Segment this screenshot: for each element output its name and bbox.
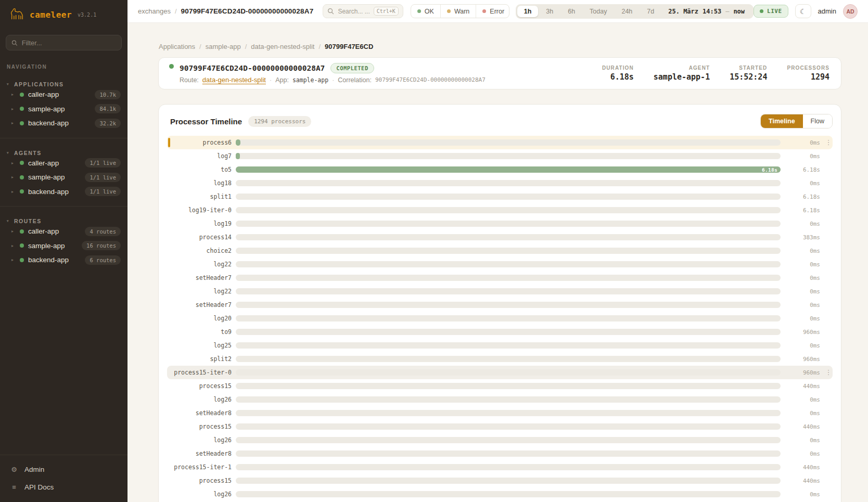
live-indicator[interactable]: LIVE (754, 5, 788, 18)
filter-input[interactable] (22, 39, 116, 47)
timeline-row[interactable]: setHeader7 0ms ⋮ (167, 271, 833, 285)
status-filter-error[interactable]: Error (476, 5, 509, 18)
sidebar-item-admin[interactable]: ⚙ Admin (0, 460, 127, 478)
status-dot (20, 175, 24, 179)
row-duration: 0ms (785, 491, 820, 498)
breadcrumb-applications[interactable]: Applications (159, 43, 195, 50)
time-range-24h[interactable]: 24h (615, 6, 639, 17)
exchange-status-dot (169, 64, 174, 69)
timeline-row[interactable]: setHeader7 0ms ⋮ (167, 298, 833, 312)
breadcrumb-sample-app[interactable]: sample-app (206, 43, 241, 50)
timeline-row[interactable]: log22 0ms ⋮ (167, 285, 833, 298)
processor-count-badge: 1294 processors (248, 116, 311, 127)
timeline-row[interactable]: process14 383ms ⋮ (167, 230, 833, 244)
time-range-1h[interactable]: 1h (517, 6, 539, 17)
sidebar-section-applications: ▾ APPLICATIONS ▸ caller-app 10.7k ▸ samp… (0, 81, 127, 138)
timeline-row[interactable]: to9 960ms ⋮ (167, 325, 833, 339)
section-title: AGENTS (14, 150, 42, 156)
flow-view-button[interactable]: Flow (803, 114, 832, 128)
timeline-row[interactable]: process15 440ms ⋮ (167, 379, 833, 393)
count-badge: 84.1k (95, 104, 121, 113)
breadcrumb-route[interactable]: data-gen-nested-split (251, 43, 314, 50)
theme-toggle-button[interactable]: ☾ (795, 4, 811, 18)
sidebar-item-caller-app-routes[interactable]: ▸ caller-app 4 routes (0, 224, 127, 239)
timeline-row[interactable]: setHeader8 0ms ⋮ (167, 406, 833, 420)
avatar[interactable]: AD (843, 4, 858, 19)
timeline-row[interactable]: choice2 0ms ⋮ (167, 244, 833, 258)
breadcrumb-exchanges-link[interactable]: exchanges (138, 7, 171, 15)
row-duration: 960ms (785, 356, 820, 363)
timeline-row[interactable]: to5 6.18s 6.18s ⋮ (167, 163, 833, 176)
time-range-6h[interactable]: 6h (561, 6, 582, 17)
timeline-row[interactable]: process15 440ms ⋮ (167, 474, 833, 487)
time-range-today[interactable]: Today (583, 6, 614, 17)
section-header-routes[interactable]: ▾ ROUTES (0, 218, 127, 224)
sidebar-item-backend-app-agent[interactable]: ▸ backend-app 1/1 live (0, 185, 127, 199)
status-filter-warn[interactable]: Warn (441, 5, 476, 18)
time-range-7d[interactable]: 7d (640, 6, 661, 17)
sidebar-filter[interactable] (6, 35, 122, 50)
routes-badge: 16 routes (82, 241, 121, 250)
count-badge: 32.2k (95, 119, 121, 128)
timeline-track (236, 194, 781, 200)
timeline-track (236, 450, 781, 457)
timeline-row[interactable]: log7 0ms ⋮ (167, 149, 833, 163)
timeline-row[interactable]: log18 0ms ⋮ (167, 176, 833, 190)
row-menu-icon[interactable]: ⋮ (824, 136, 833, 149)
processor-timeline-card: Processor Timeline 1294 processors Timel… (158, 104, 841, 502)
timeline-row[interactable]: log20 0ms ⋮ (167, 312, 833, 325)
sidebar-item-api-docs[interactable]: ≡ API Docs (0, 478, 127, 496)
app-logo[interactable]: cameleer v3.2.1 (0, 0, 127, 28)
chevron-down-icon: ▾ (7, 151, 9, 155)
processor-name: to9 (167, 328, 232, 336)
row-duration: 0ms (785, 139, 820, 146)
time-range-3h[interactable]: 3h (539, 6, 560, 17)
timeline-row[interactable]: log19-iter-0 6.18s ⋮ (167, 203, 833, 217)
row-menu-icon[interactable]: ⋮ (824, 366, 833, 379)
stat-label: AGENT (689, 65, 710, 71)
timeline-track (236, 288, 781, 294)
time-range-display[interactable]: 25. März 14:53 – now (662, 8, 752, 15)
status-filter-ok[interactable]: OK (411, 5, 441, 18)
processor-name: split1 (167, 193, 232, 200)
timeline-track (236, 491, 781, 497)
sidebar-item-backend-app[interactable]: ▸ backend-app 32.2k (0, 116, 127, 131)
timeline-row[interactable]: split2 960ms ⋮ (167, 352, 833, 366)
timeline-row[interactable]: log26 0ms ⋮ (167, 487, 833, 501)
global-search[interactable]: Search... ... Ctrl+K (323, 4, 403, 18)
timeline-row[interactable]: setHeader8 0ms ⋮ (167, 447, 833, 460)
timeline-view-button[interactable]: Timeline (761, 114, 802, 128)
timeline-row[interactable]: log26 0ms ⋮ (167, 393, 833, 406)
chevron-right-icon: ▸ (11, 189, 16, 194)
sidebar-item-sample-app-routes[interactable]: ▸ sample-app 16 routes (0, 239, 127, 253)
row-duration: 0ms (785, 288, 820, 295)
timeline-row[interactable]: split1 6.18s ⋮ (167, 190, 833, 203)
section-header-agents[interactable]: ▾ AGENTS (0, 150, 127, 156)
filter-label: Warn (454, 8, 469, 15)
sidebar-item-backend-app-routes[interactable]: ▸ backend-app 6 routes (0, 253, 127, 267)
chevron-down-icon: ▾ (7, 82, 9, 86)
timeline-row[interactable]: log25 0ms ⋮ (167, 339, 833, 352)
sidebar-item-sample-app-agent[interactable]: ▸ sample-app 1/1 live (0, 170, 127, 185)
route-link[interactable]: data-gen-nested-split (202, 76, 266, 84)
timeline-row[interactable]: process6 0ms ⋮ (167, 136, 833, 149)
timeline-row[interactable]: log19 0ms ⋮ (167, 217, 833, 230)
sidebar-item-caller-app[interactable]: ▸ caller-app 10.7k (0, 87, 127, 102)
row-duration: 6.18s (785, 207, 820, 214)
live-badge: 1/1 live (85, 187, 121, 196)
timeline-row[interactable]: process15-iter-1 440ms ⋮ (167, 460, 833, 474)
app-version: v3.2.1 (78, 12, 96, 18)
stat-label: STARTED (739, 65, 767, 71)
timeline-row[interactable]: process15-iter-0 960ms ⋮ (167, 366, 833, 379)
row-duration: 0ms (785, 302, 820, 308)
sidebar-item-sample-app[interactable]: ▸ sample-app 84.1k (0, 102, 127, 117)
section-header-applications[interactable]: ▾ APPLICATIONS (0, 81, 127, 87)
timeline-row[interactable]: log22 0ms ⋮ (167, 258, 833, 271)
timeline-row[interactable]: log26 0ms ⋮ (167, 433, 833, 447)
row-duration: 0ms (785, 153, 820, 160)
processor-name: process15 (167, 477, 232, 484)
sidebar-item-caller-app-agent[interactable]: ▸ caller-app 1/1 live (0, 156, 127, 171)
count-badge: 10.7k (95, 90, 121, 99)
timeline-row[interactable]: process15 440ms ⋮ (167, 420, 833, 433)
timeline-track (236, 329, 781, 335)
